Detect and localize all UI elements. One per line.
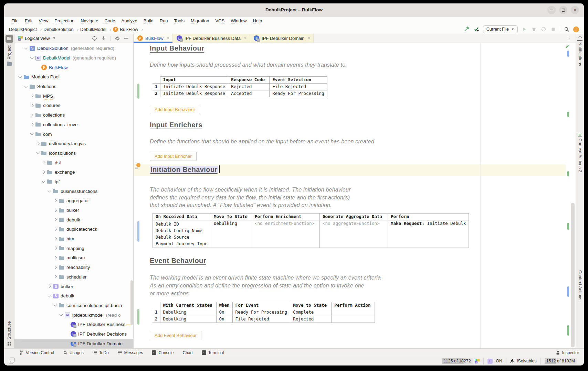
section-title-event-behaviour[interactable]: Event Behaviour [150, 257, 206, 265]
add-input-behaviour-button[interactable]: Add Input Behaviour [150, 105, 200, 114]
tree-item[interactable]: ipf [14, 177, 133, 187]
run-icon[interactable] [521, 26, 527, 32]
section-description[interactable]: Define the functions that should be appl… [150, 138, 374, 146]
tree-item[interactable]: duplicatecheck [14, 225, 133, 234]
tree-item[interactable]: com.iconsolutions.ipf.busin [14, 301, 133, 310]
tool-stripe-structure[interactable]: Structure [7, 321, 12, 339]
tree-item[interactable]: reachability [14, 263, 133, 272]
chevron-icon[interactable] [41, 179, 46, 184]
toolwindow-console[interactable]: >_ Console [152, 350, 174, 355]
chevron-icon[interactable] [23, 84, 29, 89]
tree-item[interactable]: M DebulkModel (generation required) [14, 53, 133, 63]
toolwindow-version-control[interactable]: Version Control [19, 350, 54, 355]
menu-item[interactable]: Navigate [77, 18, 101, 23]
commit-check-icon[interactable] [473, 26, 480, 32]
tree-item[interactable]: MPS [14, 91, 133, 101]
menu-item[interactable]: Analyze [118, 18, 140, 23]
menu-item[interactable]: Tools [171, 18, 188, 23]
hide-panel-icon[interactable] [124, 35, 129, 41]
tree-item[interactable]: S DebulkSolution (generation required) [14, 44, 133, 53]
chevron-icon[interactable] [46, 188, 52, 194]
tree-item[interactable]: iconsolutions [14, 149, 133, 158]
tree-item[interactable]: dslfoundry.langvis [14, 139, 133, 149]
editor-tab[interactable]: L IPF Debulker Business Data × [173, 34, 250, 43]
add-input-enricher-button[interactable]: Add Input Enricher [150, 152, 197, 161]
stripe-added-mark[interactable] [567, 325, 569, 336]
tool-stripe-project[interactable]: Project [7, 45, 12, 59]
tree-item[interactable]: exchange [14, 167, 133, 177]
menu-item[interactable]: View [35, 18, 51, 23]
view-selector[interactable]: Logical View [25, 36, 50, 41]
add-event-behaviour-button[interactable]: Add Event Behaviour [150, 331, 201, 340]
chevron-icon[interactable] [64, 331, 70, 337]
chevron-icon[interactable] [52, 303, 58, 308]
tree-item[interactable]: closures [14, 101, 133, 110]
profiler-icon[interactable] [540, 26, 547, 32]
chevron-icon[interactable] [35, 141, 40, 146]
editor-body[interactable]: Input Behaviour Define how inputs should… [134, 43, 576, 348]
chevron-icon[interactable] [46, 293, 52, 299]
chevron-icon[interactable] [52, 227, 58, 232]
chevron-icon[interactable] [52, 274, 58, 280]
editor-tab[interactable]: F BulkFlow × [134, 34, 173, 43]
menu-item[interactable]: Edit [22, 18, 35, 23]
toolwindow-layout-icon[interactable] [9, 359, 13, 363]
toolwindow-messages[interactable]: Messages [118, 350, 143, 355]
tree-item[interactable]: aggregator [14, 196, 133, 206]
table-row[interactable]: Debulk ID Debulk Config Name Debulk Sour… [153, 220, 469, 248]
chevron-icon[interactable] [52, 265, 58, 270]
chevron-icon[interactable] [29, 93, 34, 99]
chevron-icon[interactable] [52, 236, 58, 242]
toolwindow-terminal[interactable]: >_ Terminal [202, 350, 224, 355]
chevron-icon[interactable] [46, 284, 52, 289]
section-description[interactable]: Define how inputs should processed and w… [150, 61, 347, 69]
more-options-icon[interactable]: ⋮ [567, 34, 576, 43]
menu-item[interactable]: VCS [212, 18, 228, 23]
tree-item[interactable]: S debulk [14, 291, 133, 301]
tree-item[interactable]: multicsm [14, 253, 133, 263]
memory-indicator[interactable]: 1512 of 8192M [540, 358, 580, 364]
solvables-widget[interactable]: ISolvables [506, 358, 540, 364]
debug-icon[interactable] [531, 26, 537, 32]
chevron-icon[interactable] [41, 170, 46, 175]
menu-item[interactable]: Window [228, 18, 250, 23]
table-row[interactable]: 2 Debulking On File Rejected Rejected [153, 316, 375, 323]
transient-models-widget[interactable]: T :ON [483, 358, 506, 364]
stripe-modified-mark[interactable] [567, 286, 569, 297]
menu-item[interactable]: Build [140, 18, 157, 23]
stop-icon[interactable] [550, 26, 556, 32]
project-toolwindow-icon[interactable] [6, 35, 13, 43]
chevron-icon[interactable] [29, 112, 34, 118]
tree-item[interactable]: com [14, 129, 133, 139]
initiation-behaviour-table[interactable]: On Received Data Move To State Perform E… [153, 213, 469, 248]
chevron-icon[interactable] [52, 255, 58, 261]
tool-stripe-context-actions-2[interactable]: Context Actions 2 [578, 139, 582, 173]
chevron-icon[interactable] [52, 198, 58, 204]
close-tab-icon[interactable]: × [244, 36, 246, 41]
tree-item[interactable]: Modules Pool [14, 72, 133, 82]
update-available-icon[interactable]: ↑ [573, 26, 579, 32]
tool-stripe-notifications[interactable]: Notifications [578, 42, 582, 66]
chevron-icon[interactable] [52, 217, 58, 222]
tool-stripe-context-actions[interactable]: Context Actions [578, 270, 582, 301]
chevron-icon[interactable] [29, 122, 34, 127]
chevron-icon[interactable] [64, 322, 70, 327]
table-row[interactable]: 1 Debulking On Ready For Processing Comp… [153, 309, 375, 316]
chevron-icon[interactable] [29, 131, 34, 137]
toolwindow-usages[interactable]: Usages [63, 350, 84, 355]
tree-item[interactable]: businessfunctions [14, 186, 133, 196]
section-description[interactable]: The behaviour of the flow specifically w… [150, 186, 351, 209]
chevron-icon[interactable] [29, 103, 34, 108]
perform-enrichment-cell[interactable]: <no enrichmentFunction> [252, 220, 320, 248]
build-hammer-icon[interactable] [464, 26, 470, 32]
breadcrumb-item[interactable]: DebulkModel › [80, 27, 113, 32]
tree-item[interactable]: L IPF Debulker Decisions [14, 329, 133, 339]
tree-item[interactable]: M ipfdebulkmodel (read o [14, 310, 133, 320]
intention-bulb-icon[interactable] [136, 163, 140, 167]
toolwindow-chart[interactable]: Chart [182, 350, 192, 355]
tree-item[interactable]: Solutions [14, 82, 133, 91]
menu-item[interactable]: Help [250, 18, 265, 23]
tree-item[interactable]: S bulker [14, 282, 133, 291]
chevron-icon[interactable] [58, 312, 64, 318]
chevron-icon[interactable] [41, 160, 46, 165]
